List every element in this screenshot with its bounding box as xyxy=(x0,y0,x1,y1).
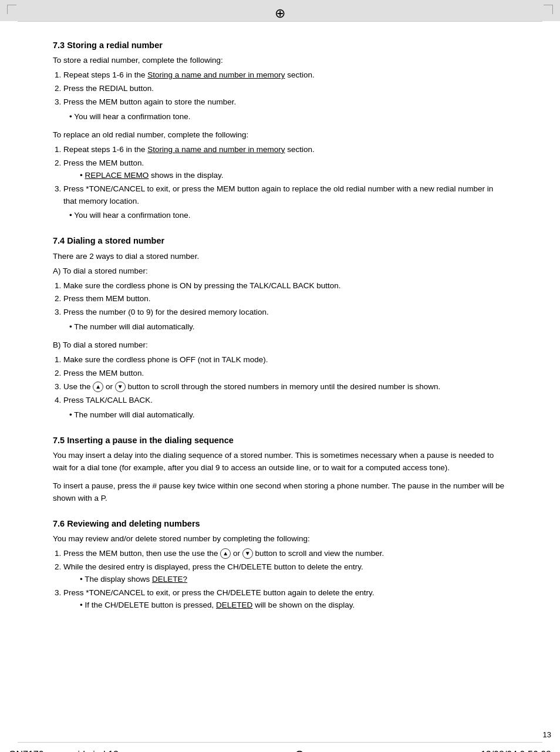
list-item: Use the ▲ or ▼ button to scroll through … xyxy=(63,381,507,393)
item-text-after: section. xyxy=(285,145,314,154)
item-text-after: section. xyxy=(285,70,314,79)
top-left-corner xyxy=(7,5,16,14)
section-7-5-title: 7.5 Inserting a pause in the dialing seq… xyxy=(53,434,507,446)
list-item: Press *TONE/CANCEL to exit, or press the… xyxy=(63,183,507,208)
section-7-3: 7.3 Storing a redial number To store a r… xyxy=(53,39,507,222)
page-number: 13 xyxy=(0,730,560,739)
section-7-3-title: 7.3 Storing a redial number xyxy=(53,39,507,51)
bullet-display-delete: The display shows DELETE? xyxy=(80,574,507,586)
link-store-name-number-1: Storing a name and number in memory xyxy=(147,70,285,79)
list-item: Make sure the cordless phone is OFF (not… xyxy=(63,354,507,366)
replace-memo-text: REPLACE MEMO xyxy=(85,171,149,180)
list-item: Press the MEM button again to store the … xyxy=(63,96,507,109)
section-7-5: 7.5 Inserting a pause in the dialing seq… xyxy=(53,434,507,505)
section-7-6: 7.6 Reviewing and deleting numbers You m… xyxy=(53,518,507,612)
section-7-4-para1: There are 2 ways to dial a stored number… xyxy=(53,251,507,263)
section-7-4-paraB: B) To dial a stored number: xyxy=(53,339,507,352)
section-7-6-list: Press the MEM button, then use the use t… xyxy=(63,548,507,612)
section-7-5-para1: You may insert a delay into the dialing … xyxy=(53,450,507,474)
section-7-6-para1: You may review and/or delete stored numb… xyxy=(53,533,507,545)
list-item: Press *TONE/CANCEL to exit, or press the… xyxy=(63,587,507,612)
list-item: Press the MEM button. xyxy=(63,367,507,380)
item-text: Press the MEM button. xyxy=(63,159,144,167)
item-text: Repeat steps 1-6 in the xyxy=(63,145,147,154)
section-7-3-list1: Repeat steps 1-6 in the Storing a name a… xyxy=(63,69,507,109)
bullet-confirmation-1: You will hear a confirmation tone. xyxy=(69,111,507,123)
scroll-down-icon-2: ▼ xyxy=(242,548,253,559)
section-7-6-title: 7.6 Reviewing and deleting numbers xyxy=(53,518,507,530)
section-7-4-listB: Make sure the cordless phone is OFF (not… xyxy=(63,354,507,407)
link-store-name-number-2: Storing a name and number in memory xyxy=(147,145,285,154)
delete-text: DELETE? xyxy=(152,575,187,584)
list-item: Repeat steps 1-6 in the Storing a name a… xyxy=(63,69,507,82)
bullet-dial-auto-2: The number will dial automatically. xyxy=(69,409,507,421)
scroll-up-icon: ▲ xyxy=(93,382,103,392)
list-item: While the desired entry is displayed, pr… xyxy=(63,561,507,586)
list-item: Press the MEM button. REPLACE MEMO shows… xyxy=(63,157,507,182)
top-crosshair-icon: ⊕ xyxy=(275,6,285,21)
deleted-text: DELETED xyxy=(216,601,252,609)
section-7-4-para2: A) To dial a stored number: xyxy=(53,265,507,278)
scroll-up-icon-2: ▲ xyxy=(220,548,231,559)
list-item: Press the MEM button, then use the use t… xyxy=(63,548,507,560)
footer-left: GN7170_userguide.ind 13 xyxy=(9,750,119,752)
bullet-deleted: If the CH/DELETE button is pressed, DELE… xyxy=(80,599,507,612)
section-7-4-listA: Make sure the cordless phone is ON by pr… xyxy=(63,280,507,319)
section-7-3-intro2: To replace an old redial number, complet… xyxy=(53,129,507,141)
bullet-confirmation-2: You will hear a confirmation tone. xyxy=(69,210,507,222)
section-7-3-intro: To store a redial number, complete the f… xyxy=(53,55,507,67)
list-item: Make sure the cordless phone is ON by pr… xyxy=(63,280,507,292)
bullet-replace-memo: REPLACE MEMO shows in the display. xyxy=(80,170,507,182)
bottom-crosshair-icon: ⊕ xyxy=(294,747,305,752)
list-item: Repeat steps 1-6 in the Storing a name a… xyxy=(63,144,507,156)
list-item: Press the number (0 to 9) for the desire… xyxy=(63,306,507,319)
section-7-5-para2: To insert a pause, press the # pause key… xyxy=(53,480,507,505)
replace-memo-after: shows in the display. xyxy=(149,171,223,180)
item-text: Press *TONE/CANCEL to exit, or press the… xyxy=(63,588,375,597)
list-item: Press the REDIAL button. xyxy=(63,83,507,95)
item-text: Repeat steps 1-6 in the xyxy=(63,70,147,79)
section-7-3-list2: Repeat steps 1-6 in the Storing a name a… xyxy=(63,144,507,208)
top-crosshair-area: ⊕ xyxy=(0,0,560,21)
item-text: While the desired entry is displayed, pr… xyxy=(63,562,363,571)
bullet-dial-auto-1: The number will dial automatically. xyxy=(69,321,507,333)
section-7-4-title: 7.4 Dialing a stored number xyxy=(53,235,507,247)
top-right-corner xyxy=(544,5,553,14)
list-item: Press them MEM button. xyxy=(63,293,507,305)
section-7-4: 7.4 Dialing a stored number There are 2 … xyxy=(53,235,507,421)
list-item: Press TALK/CALL BACK. xyxy=(63,394,507,407)
page-footer: GN7170_userguide.ind 13 ⊕ 13/08/04 9:56:… xyxy=(0,743,560,752)
scroll-down-icon: ▼ xyxy=(115,382,126,392)
footer-right: 13/08/04 9:56:08 xyxy=(481,750,551,752)
